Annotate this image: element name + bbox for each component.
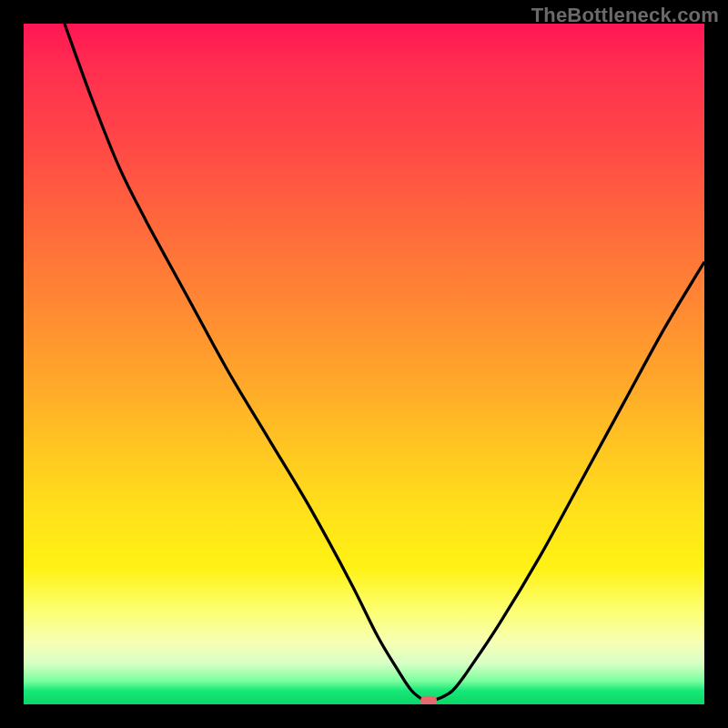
watermark-label: TheBottleneck.com (531, 4, 719, 27)
plot-area (24, 24, 704, 704)
optimum-marker (420, 696, 437, 704)
bottleneck-curve (24, 24, 704, 704)
chart-frame: TheBottleneck.com (0, 0, 728, 728)
bottleneck-curve-path (65, 24, 704, 703)
